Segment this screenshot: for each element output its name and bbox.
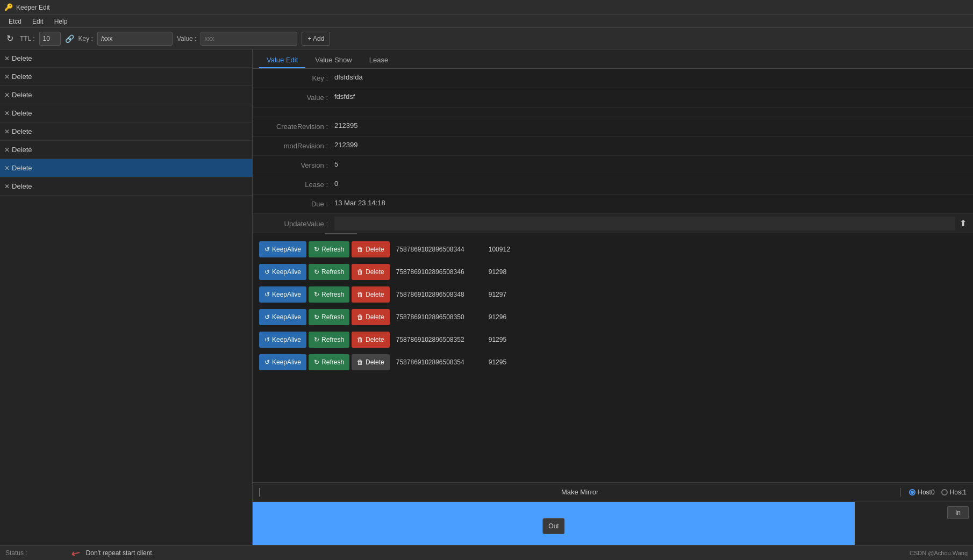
- title-bar-text: Keeper Edit: [16, 4, 50, 11]
- delete-label: Delete: [366, 268, 384, 276]
- keepalive-button[interactable]: ↺ KeepAlive: [259, 309, 306, 325]
- close-icon: ✕: [4, 110, 10, 117]
- upload-icon[interactable]: ⬆: [960, 218, 967, 228]
- value-field-label: Value :: [259, 92, 334, 102]
- status-label: Status :: [5, 549, 27, 557]
- menu-bar: Etcd Edit Help: [0, 15, 973, 28]
- refresh-button[interactable]: ↻ Refresh: [309, 264, 349, 280]
- in-button[interactable]: In: [947, 506, 969, 519]
- lease-table: ↺ KeepAlive ↻ Refresh 🗑 Delete 758786910…: [253, 235, 973, 379]
- host1-radio[interactable]: Host1: [941, 489, 967, 496]
- value-field-value: fdsfdsf: [334, 92, 967, 100]
- create-revision-value: 212395: [334, 121, 967, 130]
- trash-icon: 🗑: [357, 246, 363, 253]
- lease-field-value: 0: [334, 180, 967, 188]
- refresh-button[interactable]: ↻ Refresh: [309, 309, 349, 325]
- refresh-button[interactable]: ↻ Refresh: [309, 332, 349, 348]
- item-label: Delete: [12, 164, 32, 172]
- delete-button[interactable]: 🗑 Delete: [352, 309, 390, 325]
- arrow-icon: ↙: [69, 545, 83, 560]
- list-item[interactable]: ✕ Delete: [0, 68, 252, 86]
- mirror-content-row: Out In: [253, 502, 973, 545]
- keepalive-label: KeepAlive: [272, 268, 301, 276]
- form-due-row: Due : 13 Mar 23 14:18: [253, 195, 973, 214]
- list-item-active[interactable]: ✕ Delete: [0, 159, 252, 177]
- host0-label: Host0: [918, 489, 934, 496]
- refresh-button[interactable]: ↻ Refresh: [309, 286, 349, 303]
- tab-lease[interactable]: Lease: [362, 53, 396, 68]
- item-label: Delete: [12, 127, 32, 135]
- host-radio-group: Host0 Host1: [909, 489, 967, 496]
- add-button[interactable]: + Add: [302, 32, 330, 46]
- update-value-label: UpdateValue :: [259, 219, 334, 228]
- list-item[interactable]: ✕ Delete: [0, 104, 252, 123]
- keepalive-button[interactable]: ↺ KeepAlive: [259, 286, 306, 303]
- delete-button[interactable]: 🗑 Delete: [352, 354, 390, 370]
- list-item[interactable]: ✕ Delete: [0, 177, 252, 196]
- lease-ttl: 91298: [489, 268, 506, 276]
- keepalive-button[interactable]: ↺ KeepAlive: [259, 332, 306, 348]
- lease-row: ↺ KeepAlive ↻ Refresh 🗑 Delete 758786910…: [259, 353, 967, 372]
- item-label: Delete: [12, 54, 32, 62]
- keepalive-button[interactable]: ↺ KeepAlive: [259, 354, 306, 370]
- lease-field-label: Lease :: [259, 180, 334, 189]
- value-input[interactable]: [201, 32, 297, 46]
- delete-button[interactable]: 🗑 Delete: [352, 332, 390, 348]
- refresh-button[interactable]: ↻ Refresh: [309, 241, 349, 257]
- lease-id: 7587869102896508348: [396, 291, 482, 298]
- app-icon: 🔑: [4, 3, 13, 12]
- keepalive-button[interactable]: ↺ KeepAlive: [259, 264, 306, 280]
- close-icon: ✕: [4, 183, 10, 190]
- delete-button[interactable]: 🗑 Delete: [352, 286, 390, 303]
- menu-etcd[interactable]: Etcd: [3, 17, 27, 26]
- lease-id: 7587869102896508352: [396, 336, 482, 343]
- delete-button[interactable]: 🗑 Delete: [352, 264, 390, 280]
- keepalive-icon: ↺: [264, 336, 270, 343]
- key-input[interactable]: [97, 32, 173, 46]
- title-bar: 🔑 Keeper Edit: [0, 0, 973, 15]
- list-item[interactable]: ✕ Delete: [0, 49, 252, 68]
- version-label: Version :: [259, 160, 334, 169]
- refresh-button[interactable]: ↻: [4, 32, 16, 45]
- lease-ttl: 91295: [489, 336, 506, 343]
- refresh-label: Refresh: [321, 336, 344, 343]
- keepalive-icon: ↺: [264, 246, 270, 253]
- keepalive-icon: ↺: [264, 268, 270, 276]
- lease-ttl: 91295: [489, 358, 506, 366]
- due-label: Due :: [259, 199, 334, 208]
- mirror-right: In: [855, 502, 973, 545]
- item-label: Delete: [12, 73, 32, 81]
- refresh-button[interactable]: ↻ Refresh: [309, 354, 349, 370]
- chain-icon: 🔗: [65, 34, 74, 43]
- delete-label: Delete: [366, 358, 384, 366]
- item-label: Delete: [12, 109, 32, 117]
- update-value-row: UpdateValue : ⬆: [253, 214, 973, 233]
- form-create-revision-row: CreateRevision : 212395: [253, 117, 973, 137]
- status-bar: Status : ↙ Don't repeat start client. CS…: [0, 545, 973, 560]
- delete-button[interactable]: 🗑 Delete: [352, 241, 390, 257]
- keepalive-icon: ↺: [264, 358, 270, 366]
- keepalive-button[interactable]: ↺ KeepAlive: [259, 241, 306, 257]
- list-item[interactable]: ✕ Delete: [0, 86, 252, 104]
- out-button[interactable]: Out: [542, 518, 564, 534]
- lease-id: 7587869102896508354: [396, 358, 482, 366]
- list-item[interactable]: ✕ Delete: [0, 141, 252, 159]
- lease-row: ↺ KeepAlive ↻ Refresh 🗑 Delete 758786910…: [259, 262, 967, 282]
- tab-value-edit[interactable]: Value Edit: [259, 53, 305, 68]
- close-icon: ✕: [4, 164, 10, 172]
- close-icon: ✕: [4, 73, 10, 81]
- form-value-row: Value : fdsfdsf: [253, 88, 973, 107]
- refresh-label: Refresh: [321, 358, 344, 366]
- form-lease-row: Lease : 0: [253, 175, 973, 195]
- menu-edit[interactable]: Edit: [27, 17, 49, 26]
- form-mod-revision-row: modRevision : 212399: [253, 137, 973, 156]
- host0-radio[interactable]: Host0: [909, 489, 934, 496]
- tab-value-show[interactable]: Value Show: [307, 53, 359, 68]
- update-value-input[interactable]: [334, 217, 955, 231]
- item-label: Delete: [12, 182, 32, 190]
- list-item[interactable]: ✕ Delete: [0, 123, 252, 141]
- version-value: 5: [334, 160, 967, 168]
- close-icon: ✕: [4, 128, 10, 135]
- ttl-input[interactable]: [39, 32, 61, 46]
- menu-help[interactable]: Help: [49, 17, 73, 26]
